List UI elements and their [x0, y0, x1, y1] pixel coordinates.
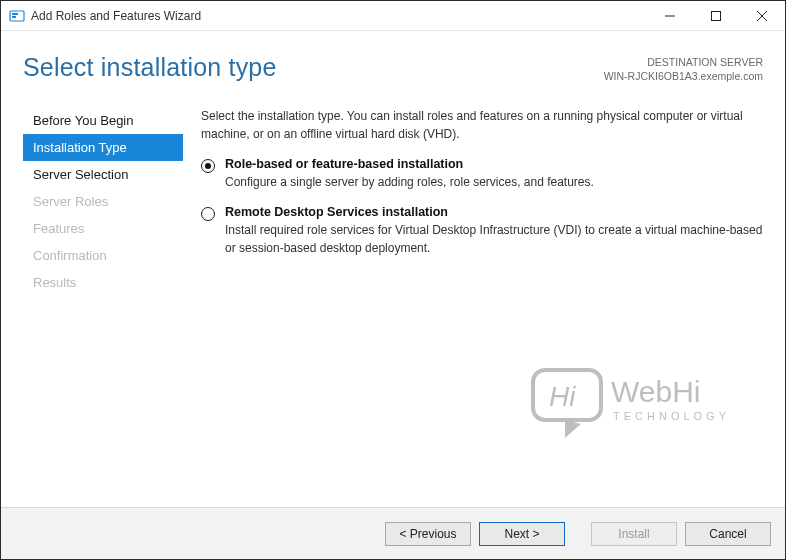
- svg-rect-2: [12, 16, 16, 18]
- option-remote-desktop-title: Remote Desktop Services installation: [225, 205, 763, 219]
- header-row: Select installation type DESTINATION SER…: [23, 53, 763, 83]
- cancel-button[interactable]: Cancel: [685, 522, 771, 546]
- page-title: Select installation type: [23, 53, 277, 82]
- radio-role-based[interactable]: [201, 159, 215, 173]
- wizard-footer: < Previous Next > Install Cancel: [1, 507, 785, 559]
- destination-server-block: DESTINATION SERVER WIN-RJCKI6OB1A3.exemp…: [604, 55, 763, 83]
- wizard-window: Add Roles and Features Wizard Select ins…: [0, 0, 786, 560]
- step-results: Results: [23, 269, 183, 296]
- window-title: Add Roles and Features Wizard: [31, 9, 201, 23]
- wizard-steps-sidebar: Before You Begin Installation Type Serve…: [23, 107, 183, 507]
- intro-text: Select the installation type. You can in…: [201, 107, 763, 143]
- previous-button[interactable]: < Previous: [385, 522, 471, 546]
- option-role-based[interactable]: Role-based or feature-based installation…: [201, 157, 763, 191]
- option-role-based-desc: Configure a single server by adding role…: [225, 173, 763, 191]
- step-installation-type[interactable]: Installation Type: [23, 134, 183, 161]
- step-before-you-begin[interactable]: Before You Begin: [23, 107, 183, 134]
- body-row: Before You Begin Installation Type Serve…: [23, 107, 763, 507]
- option-role-based-title: Role-based or feature-based installation: [225, 157, 763, 171]
- titlebar: Add Roles and Features Wizard: [1, 1, 785, 31]
- step-confirmation: Confirmation: [23, 242, 183, 269]
- app-icon: [9, 8, 25, 24]
- step-server-selection[interactable]: Server Selection: [23, 161, 183, 188]
- destination-label: DESTINATION SERVER: [604, 55, 763, 69]
- install-button: Install: [591, 522, 677, 546]
- next-button[interactable]: Next >: [479, 522, 565, 546]
- close-button[interactable]: [739, 1, 785, 31]
- main-panel: Select the installation type. You can in…: [201, 107, 763, 507]
- step-features: Features: [23, 215, 183, 242]
- content-area: Select installation type DESTINATION SER…: [1, 31, 785, 507]
- svg-rect-1: [12, 13, 18, 15]
- maximize-button[interactable]: [693, 1, 739, 31]
- radio-remote-desktop[interactable]: [201, 207, 215, 221]
- option-remote-desktop-desc: Install required role services for Virtu…: [225, 221, 763, 257]
- svg-rect-4: [712, 11, 721, 20]
- option-remote-desktop[interactable]: Remote Desktop Services installation Ins…: [201, 205, 763, 257]
- minimize-button[interactable]: [647, 1, 693, 31]
- step-server-roles: Server Roles: [23, 188, 183, 215]
- destination-server-name: WIN-RJCKI6OB1A3.exemple.com: [604, 69, 763, 83]
